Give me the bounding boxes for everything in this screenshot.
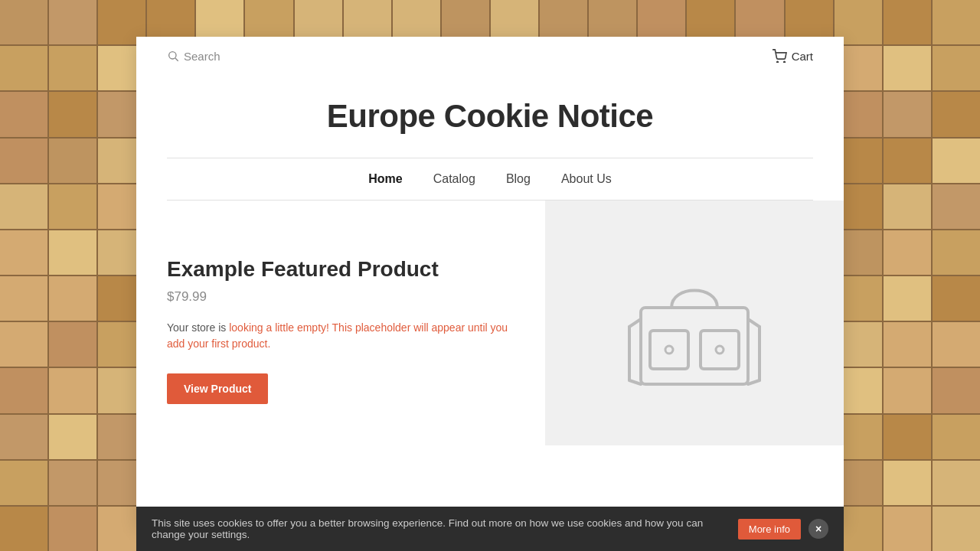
mosaic-tile [0, 322, 47, 367]
svg-point-0 [169, 52, 176, 59]
mosaic-tile [884, 415, 931, 459]
mosaic-tile [0, 46, 47, 90]
view-product-button[interactable]: View Product [167, 373, 268, 404]
mosaic-tile [884, 184, 931, 229]
cookie-text: This site uses cookies to offer you a be… [152, 517, 726, 540]
cart-icon [772, 49, 787, 63]
mosaic-tile [49, 368, 96, 412]
mosaic-tile [49, 507, 96, 551]
mosaic-tile [0, 92, 47, 136]
cart-label: Cart [792, 50, 813, 63]
mosaic-tile [49, 92, 96, 136]
mosaic-tile [933, 0, 980, 44]
svg-line-12 [748, 319, 760, 327]
cookie-close-button[interactable]: × [808, 519, 828, 539]
mosaic-tile [884, 276, 931, 321]
product-price: $79.99 [167, 289, 514, 305]
cookie-more-info-button[interactable]: More info [738, 519, 801, 540]
mosaic-tile [0, 0, 47, 44]
product-bag-icon [618, 246, 771, 399]
mosaic-tile [0, 415, 47, 459]
search-icon [167, 50, 179, 62]
mosaic-tile [933, 92, 980, 136]
cookie-banner: This site uses cookies to offer you a be… [136, 507, 844, 551]
product-description: Your store is looking a little empty! Th… [167, 320, 514, 352]
search-area[interactable]: Search [167, 50, 220, 63]
mosaic-tile [49, 322, 96, 367]
site-title: Europe Cookie Notice [167, 98, 813, 135]
mosaic-tile [933, 322, 980, 367]
mosaic-tile [0, 368, 47, 412]
mosaic-tile [884, 230, 931, 275]
svg-point-8 [716, 346, 724, 354]
mosaic-tile [49, 461, 96, 505]
product-title: Example Featured Product [167, 257, 514, 282]
svg-point-2 [776, 61, 778, 63]
svg-point-3 [783, 61, 785, 63]
mosaic-tile [0, 230, 47, 275]
mosaic-tile [933, 276, 980, 321]
cart-area[interactable]: Cart [772, 49, 813, 63]
nav-item-home[interactable]: Home [368, 172, 402, 186]
mosaic-tile [933, 461, 980, 505]
mosaic-tile [933, 415, 980, 459]
mosaic-tile [884, 92, 931, 136]
mosaic-tile [884, 461, 931, 505]
nav-item-catalog[interactable]: Catalog [433, 172, 475, 186]
svg-line-9 [629, 319, 641, 327]
svg-line-1 [175, 58, 178, 61]
mosaic-tile [933, 46, 980, 90]
svg-line-14 [748, 380, 760, 384]
mosaic-tile [884, 322, 931, 367]
svg-point-7 [665, 346, 673, 354]
mosaic-tile [933, 184, 980, 229]
mosaic-tile [0, 507, 47, 551]
mosaic-tile [0, 139, 47, 183]
svg-rect-6 [701, 331, 739, 369]
main-nav: Home Catalog Blog About Us [136, 158, 844, 200]
header: Search Cart [136, 37, 844, 75]
mosaic-tile [0, 461, 47, 505]
svg-line-11 [629, 380, 641, 384]
mosaic-tile [49, 276, 96, 321]
mosaic-tile [933, 230, 980, 275]
mosaic-tile [0, 276, 47, 321]
svg-rect-5 [650, 331, 688, 369]
mosaic-tile [49, 46, 96, 90]
nav-item-blog[interactable]: Blog [506, 172, 531, 186]
mosaic-tile [0, 184, 47, 229]
mosaic-tile [49, 230, 96, 275]
nav-item-about-us[interactable]: About Us [561, 172, 612, 186]
mosaic-tile [49, 139, 96, 183]
product-section: Example Featured Product $79.99 Your sto… [136, 201, 844, 445]
mosaic-tile [933, 507, 980, 551]
site-title-area: Europe Cookie Notice [136, 75, 844, 158]
mosaic-tile [933, 368, 980, 412]
search-label: Search [184, 50, 220, 63]
product-info: Example Featured Product $79.99 Your sto… [136, 201, 545, 445]
mosaic-tile [884, 46, 931, 90]
mosaic-tile [884, 139, 931, 183]
mosaic-tile [884, 0, 931, 44]
product-image-area [545, 201, 844, 445]
main-panel: Search Cart Europe Cookie Notice Home Ca… [136, 37, 844, 527]
mosaic-tile [884, 507, 931, 551]
mosaic-tile [49, 184, 96, 229]
svg-rect-4 [641, 308, 748, 384]
mosaic-tile [933, 139, 980, 183]
mosaic-tile [49, 0, 96, 44]
mosaic-tile [884, 368, 931, 412]
product-desc-link[interactable]: looking a little empty! This placeholder… [167, 321, 508, 350]
mosaic-tile [49, 415, 96, 459]
